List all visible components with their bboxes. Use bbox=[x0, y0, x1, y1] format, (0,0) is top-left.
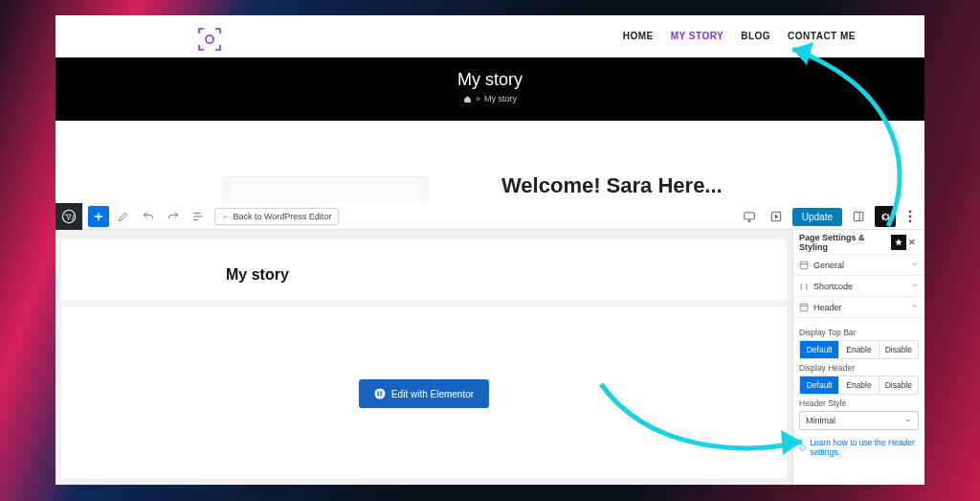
settings-sidebar: Page Settings & Styling ✕ General Shortc… bbox=[792, 230, 924, 485]
svg-rect-13 bbox=[800, 262, 808, 269]
nav-home[interactable]: HOME bbox=[623, 31, 654, 41]
title-block[interactable]: My story bbox=[61, 239, 787, 301]
display-header-toggle[interactable]: Default Enable Disable bbox=[799, 376, 919, 395]
outline-icon[interactable] bbox=[188, 206, 209, 227]
toolbar-right: Update bbox=[739, 206, 919, 227]
editor-toolbar: ← Back to WordPress Editor Update bbox=[56, 203, 924, 230]
opt-default[interactable]: Default bbox=[800, 341, 838, 358]
header-style-label: Header Style bbox=[799, 399, 919, 408]
svg-point-5 bbox=[909, 211, 912, 214]
help-link[interactable]: Learn how to use the Header settings. bbox=[793, 432, 924, 463]
image-placeholder bbox=[223, 176, 428, 203]
display-header-label: Display Header bbox=[799, 363, 919, 373]
sidebar-toggle-icon[interactable] bbox=[848, 206, 869, 227]
wordpress-logo-icon[interactable] bbox=[56, 203, 82, 230]
display-top-bar-toggle[interactable]: Default Enable Disable bbox=[799, 340, 919, 359]
sidebar-header: Page Settings & Styling ✕ bbox=[793, 230, 924, 255]
site-logo[interactable] bbox=[197, 27, 222, 56]
chevron-up-icon bbox=[910, 302, 919, 310]
help-text: Learn how to use the Header settings. bbox=[810, 438, 919, 457]
section-general-label: General bbox=[813, 261, 844, 270]
header-icon bbox=[799, 303, 809, 312]
opt-enable[interactable]: Enable bbox=[838, 376, 878, 394]
close-sidebar-button[interactable]: ✕ bbox=[906, 238, 919, 247]
desktop-view-icon[interactable] bbox=[739, 206, 760, 227]
opt-disable[interactable]: Disable bbox=[879, 376, 918, 394]
header-style-select[interactable]: Minimal bbox=[799, 411, 919, 430]
svg-point-0 bbox=[206, 35, 213, 43]
welcome-band: Welcome! Sara Here... bbox=[56, 121, 924, 203]
breadcrumb-current: My story bbox=[484, 94, 517, 103]
opt-enable[interactable]: Enable bbox=[838, 341, 878, 358]
elementor-button-label: Edit with Elementor bbox=[391, 389, 474, 399]
nav-blog[interactable]: BLOG bbox=[741, 31, 770, 41]
undo-icon[interactable] bbox=[138, 206, 159, 227]
section-shortcode[interactable]: Shortcode bbox=[793, 276, 924, 297]
back-to-editor-button[interactable]: ← Back to WordPress Editor bbox=[214, 208, 339, 225]
star-icon[interactable] bbox=[891, 235, 905, 250]
editor-canvas: My story Edit with Elementor bbox=[56, 230, 792, 485]
header-section-body: Display Top Bar Default Enable Disable D… bbox=[793, 318, 924, 432]
redo-icon[interactable] bbox=[163, 206, 184, 227]
sidebar-title: Page Settings & Styling bbox=[799, 233, 891, 252]
edit-with-elementor-button[interactable]: Edit with Elementor bbox=[359, 379, 489, 408]
welcome-heading: Welcome! Sara Here... bbox=[501, 173, 723, 198]
breadcrumb: » My story bbox=[56, 94, 924, 103]
header-style-value: Minimal bbox=[806, 416, 835, 425]
page-title: My story bbox=[56, 57, 924, 90]
nav-contact[interactable]: CONTACT ME bbox=[788, 31, 856, 41]
svg-rect-12 bbox=[380, 395, 383, 396]
add-block-button[interactable] bbox=[88, 206, 109, 227]
home-icon bbox=[463, 95, 472, 103]
page-title-band: My story » My story bbox=[56, 57, 924, 121]
svg-rect-2 bbox=[745, 213, 755, 219]
section-header-label: Header bbox=[813, 303, 842, 312]
layout-icon bbox=[799, 261, 809, 270]
post-title[interactable]: My story bbox=[226, 266, 289, 284]
display-top-bar-label: Display Top Bar bbox=[799, 328, 919, 337]
block-editor: ← Back to WordPress Editor Update My sto… bbox=[56, 203, 924, 485]
opt-default[interactable]: Default bbox=[800, 376, 838, 394]
elementor-icon bbox=[374, 388, 386, 399]
main-nav: HOME MY STORY BLOG CONTACT ME bbox=[623, 31, 856, 41]
nav-mystory[interactable]: MY STORY bbox=[671, 31, 724, 41]
breadcrumb-sep: » bbox=[476, 94, 480, 103]
svg-point-7 bbox=[909, 220, 912, 223]
chevron-down-icon bbox=[910, 260, 919, 268]
svg-rect-11 bbox=[380, 393, 383, 394]
shortcode-icon bbox=[799, 282, 809, 291]
svg-rect-14 bbox=[800, 304, 808, 311]
update-button[interactable]: Update bbox=[792, 208, 842, 226]
svg-rect-4 bbox=[854, 212, 862, 220]
preview-icon[interactable] bbox=[766, 206, 787, 227]
section-shortcode-label: Shortcode bbox=[813, 282, 853, 291]
svg-rect-10 bbox=[380, 392, 383, 393]
chevron-down-icon bbox=[904, 417, 912, 424]
section-header[interactable]: Header bbox=[793, 297, 924, 318]
opt-disable[interactable]: Disable bbox=[879, 341, 918, 358]
chevron-down-icon bbox=[910, 281, 919, 289]
screenshot-stage: HOME MY STORY BLOG CONTACT ME My story »… bbox=[56, 15, 924, 485]
edit-icon[interactable] bbox=[113, 206, 134, 227]
svg-point-6 bbox=[909, 216, 912, 218]
section-general[interactable]: General bbox=[793, 255, 924, 276]
site-header: HOME MY STORY BLOG CONTACT ME bbox=[56, 15, 924, 57]
info-icon bbox=[799, 444, 806, 452]
svg-rect-9 bbox=[377, 392, 379, 397]
more-options-icon[interactable] bbox=[902, 206, 919, 227]
settings-button[interactable] bbox=[875, 206, 896, 227]
content-block[interactable]: Edit with Elementor bbox=[61, 307, 787, 479]
